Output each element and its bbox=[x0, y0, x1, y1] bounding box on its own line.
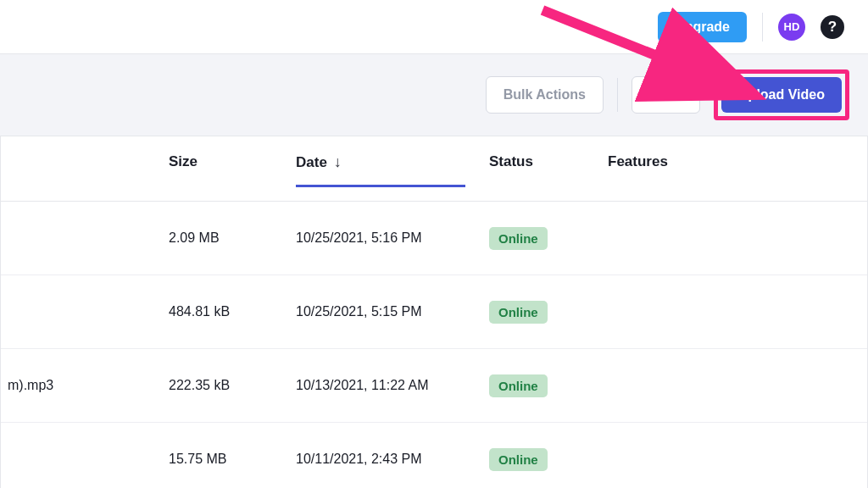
upgrade-button[interactable]: Upgrade bbox=[658, 12, 747, 42]
table-header-row: Size Date ↓ Status Features bbox=[1, 136, 867, 202]
cell-status: Online bbox=[489, 448, 608, 471]
help-icon[interactable]: ? bbox=[821, 15, 844, 39]
column-header-size[interactable]: Size bbox=[169, 153, 296, 201]
status-badge: Online bbox=[489, 301, 548, 324]
table-row[interactable]: 484.81 kB 10/25/2021, 5:15 PM Online bbox=[1, 275, 867, 349]
table-row[interactable]: 15.75 MB 10/11/2021, 2:43 PM Online bbox=[1, 423, 867, 488]
column-header-features[interactable]: Features bbox=[608, 153, 867, 201]
column-header-date[interactable]: Date ↓ bbox=[296, 153, 489, 201]
cell-date: 10/25/2021, 5:15 PM bbox=[296, 304, 489, 319]
cell-status: Online bbox=[489, 301, 608, 324]
file-table: Size Date ↓ Status Features 2.09 MB 10/2… bbox=[0, 136, 868, 488]
cell-size: 484.81 kB bbox=[169, 304, 296, 319]
status-badge: Online bbox=[489, 374, 548, 397]
toolbar-divider bbox=[617, 78, 618, 112]
bulk-actions-button[interactable]: Bulk Actions bbox=[486, 76, 604, 114]
avatar[interactable]: HD bbox=[778, 14, 805, 41]
arrow-down-icon: ↓ bbox=[334, 153, 342, 171]
cell-date: 10/11/2021, 2:43 PM bbox=[296, 452, 489, 467]
cell-status: Online bbox=[489, 374, 608, 397]
column-header-name[interactable] bbox=[1, 153, 169, 201]
cell-size: 222.35 kB bbox=[169, 378, 296, 393]
cell-date: 10/13/2021, 11:22 AM bbox=[296, 378, 489, 393]
upload-video-button[interactable]: Upload Video bbox=[721, 77, 842, 113]
upload-highlight: Upload Video bbox=[714, 69, 849, 120]
table-row[interactable]: m).mp3 222.35 kB 10/13/2021, 11:22 AM On… bbox=[1, 349, 867, 423]
status-badge: Online bbox=[489, 448, 548, 471]
column-header-status[interactable]: Status bbox=[489, 153, 608, 201]
filter-button[interactable]: Filter bbox=[632, 76, 700, 114]
cell-name: m).mp3 bbox=[1, 378, 169, 393]
top-navigation: Upgrade HD ? bbox=[0, 0, 868, 54]
action-toolbar: Bulk Actions Filter Upload Video bbox=[0, 54, 868, 136]
date-header-label: Date bbox=[296, 154, 327, 171]
vertical-divider bbox=[762, 13, 763, 42]
cell-size: 2.09 MB bbox=[169, 230, 296, 246]
table-row[interactable]: 2.09 MB 10/25/2021, 5:16 PM Online bbox=[1, 202, 867, 275]
cell-size: 15.75 MB bbox=[169, 452, 296, 467]
cell-status: Online bbox=[489, 227, 608, 250]
status-badge: Online bbox=[489, 227, 548, 250]
cell-date: 10/25/2021, 5:16 PM bbox=[296, 230, 489, 246]
